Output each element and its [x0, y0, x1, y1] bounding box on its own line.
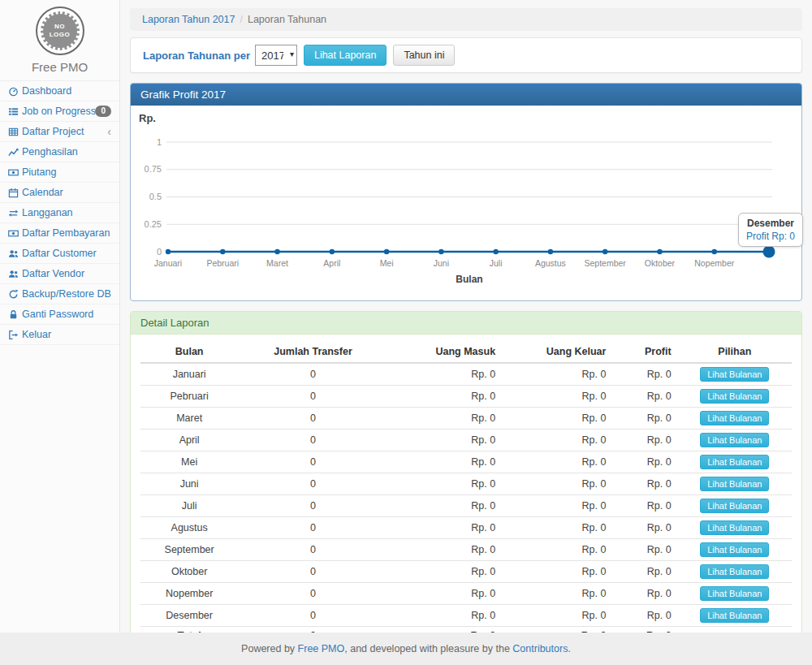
lihat-laporan-button[interactable]: Lihat Laporan [304, 45, 387, 66]
cell-pilihan: Lihat Bulanan [678, 605, 792, 627]
users-icon [8, 248, 22, 259]
sidebar-item-keluar[interactable]: Keluar [0, 325, 119, 345]
cell-uang-masuk: Rp. 0 [388, 517, 502, 539]
cell-uang-masuk: Rp. 0 [388, 473, 502, 495]
data-point[interactable] [712, 249, 717, 254]
cell-profit: Rp. 0 [612, 583, 677, 605]
cell-bulan: Maret [140, 408, 238, 430]
data-point[interactable] [330, 249, 335, 254]
cell-uang-masuk: Rp. 0 [388, 430, 502, 451]
sidebar-item-daftar-pembayaran[interactable]: Daftar Pembayaran [0, 223, 119, 244]
table-row-april: April0Rp. 0Rp. 0Rp. 0Lihat Bulanan [140, 430, 792, 451]
table-row-juli: Juli0Rp. 0Rp. 0Rp. 0Lihat Bulanan [140, 495, 792, 517]
footer-text-suffix: . [568, 643, 570, 654]
cell-uang-keluar: Rp. 0 [502, 473, 612, 495]
lihat-bulanan-button[interactable]: Lihat Bulanan [700, 608, 769, 623]
sidebar-item-daftar-customer[interactable]: Daftar Customer [0, 244, 119, 264]
x-tick-label: Pebruari [206, 258, 239, 268]
cell-profit: Rp. 0 [612, 363, 677, 386]
total-pilihan-empty [678, 627, 792, 633]
data-point[interactable] [274, 249, 279, 254]
x-tick-label: Juli [490, 258, 503, 268]
breadcrumb-link[interactable]: Laporan Tahun 2017 [142, 14, 235, 25]
sidebar-item-dashboard[interactable]: Dashboard [0, 81, 119, 101]
footer: Powered by Free PMO, and developed with … [0, 633, 812, 665]
cell-profit: Rp. 0 [612, 561, 677, 583]
main-content: Laporan Tahun 2017/Laporan Tahunan Lapor… [120, 0, 812, 633]
no-logo-text: NO LOGO [48, 23, 72, 39]
lock-icon [8, 309, 22, 320]
sidebar-item-calendar[interactable]: Calendar [0, 183, 119, 203]
year-select[interactable]: 2017 [255, 45, 297, 66]
cell-uang-masuk: Rp. 0 [388, 451, 502, 473]
sidebar-item-label: Calendar [22, 186, 111, 199]
table-row-mei: Mei0Rp. 0Rp. 0Rp. 0Lihat Bulanan [140, 451, 792, 473]
data-point-highlighted[interactable] [763, 246, 775, 258]
cell-uang-keluar: Rp. 0 [502, 386, 612, 408]
chart-y-axis-label: Rp. [139, 112, 156, 124]
chart-panel-title: Grafik Profit 2017 [131, 84, 801, 106]
lihat-bulanan-button[interactable]: Lihat Bulanan [700, 477, 769, 491]
data-point[interactable] [166, 249, 171, 254]
cell-uang-masuk: Rp. 0 [388, 386, 502, 408]
lihat-bulanan-button[interactable]: Lihat Bulanan [700, 389, 769, 404]
cell-uang-keluar: Rp. 0 [502, 517, 612, 539]
footer-link-contributors[interactable]: Contributors [512, 643, 568, 654]
data-point[interactable] [384, 249, 389, 254]
lihat-bulanan-button[interactable]: Lihat Bulanan [700, 411, 769, 425]
lihat-bulanan-button[interactable]: Lihat Bulanan [700, 542, 769, 557]
cell-profit: Rp. 0 [612, 605, 677, 627]
lihat-bulanan-button[interactable]: Lihat Bulanan [700, 564, 769, 579]
x-tick-label: Januari [154, 258, 182, 268]
table-header-row: BulanJumlah TransferUang MasukUang Kelua… [140, 341, 792, 363]
sidebar-item-daftar-project[interactable]: Daftar Project‹ [0, 122, 119, 142]
lihat-bulanan-button[interactable]: Lihat Bulanan [700, 367, 769, 382]
lihat-bulanan-button[interactable]: Lihat Bulanan [700, 586, 769, 601]
data-point[interactable] [493, 249, 498, 254]
line-chart-icon [8, 147, 22, 158]
x-tick-label: April [323, 258, 340, 268]
lihat-bulanan-button[interactable]: Lihat Bulanan [700, 433, 769, 447]
sidebar-item-daftar-vendor[interactable]: Daftar Vendor [0, 264, 119, 284]
refresh-icon [8, 289, 22, 300]
column-header-uang-keluar: Uang Keluar [502, 341, 612, 363]
cell-bulan: Januari [140, 363, 238, 386]
no-logo-seal: NO LOGO [36, 6, 84, 55]
data-point[interactable] [220, 249, 225, 254]
sidebar-item-langganan[interactable]: Langganan [0, 203, 119, 223]
x-tick-label: Agustus [535, 258, 566, 268]
data-point[interactable] [548, 249, 553, 254]
lihat-bulanan-button[interactable]: Lihat Bulanan [700, 499, 769, 513]
sidebar-item-piutang[interactable]: Piutang [0, 162, 119, 183]
total-uang-masuk: Rp. 0 [388, 627, 502, 633]
table-row-nopember: Nopember0Rp. 0Rp. 0Rp. 0Lihat Bulanan [140, 583, 792, 605]
y-tick-label: 0.25 [145, 219, 162, 229]
sidebar-item-job-on-progress[interactable]: Job on Progress0 [0, 101, 119, 122]
x-tick-label: Maret [266, 258, 288, 268]
cell-pilihan: Lihat Bulanan [678, 386, 792, 408]
cell-bulan: Nopember [140, 583, 238, 605]
cell-uang-masuk: Rp. 0 [388, 363, 502, 386]
sidebar-item-label: Daftar Customer [22, 247, 111, 260]
cell-pilihan: Lihat Bulanan [678, 430, 792, 451]
cell-uang-keluar: Rp. 0 [502, 363, 612, 386]
cell-uang-keluar: Rp. 0 [502, 451, 612, 473]
filter-label: Laporan Tahunan per [143, 50, 250, 62]
x-tick-label: Mei [380, 258, 394, 268]
sign-out-icon [8, 330, 22, 340]
sidebar-item-penghasilan[interactable]: Penghasilan [0, 142, 119, 162]
data-point[interactable] [603, 249, 607, 254]
chevron-left-icon: ‹ [107, 127, 111, 136]
data-point[interactable] [438, 249, 443, 254]
lihat-bulanan-button[interactable]: Lihat Bulanan [700, 455, 769, 469]
cell-profit: Rp. 0 [612, 495, 677, 517]
sidebar-item-ganti-password[interactable]: Ganti Password [0, 304, 119, 325]
table-icon [8, 127, 22, 137]
footer-link-freepmo[interactable]: Free PMO [298, 643, 345, 654]
tahun-ini-button[interactable]: Tahun ini [393, 45, 455, 66]
cell-profit: Rp. 0 [612, 473, 677, 495]
cell-profit: Rp. 0 [612, 408, 677, 430]
lihat-bulanan-button[interactable]: Lihat Bulanan [700, 520, 769, 535]
sidebar-item-backup-restore-db[interactable]: Backup/Restore DB [0, 284, 119, 304]
data-point[interactable] [657, 249, 662, 254]
